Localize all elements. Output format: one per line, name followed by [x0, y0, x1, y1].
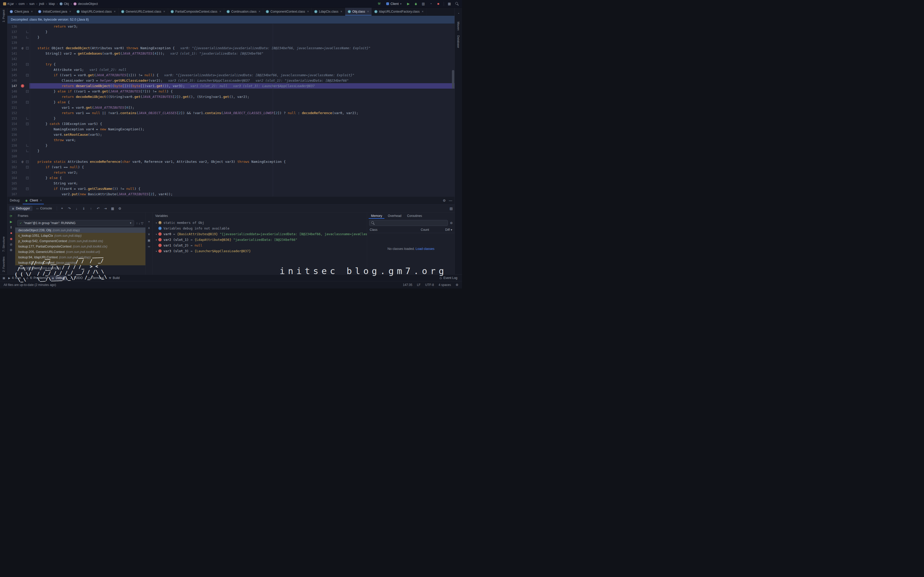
- fold-marker[interactable]: [25, 29, 29, 34]
- tool-window-switcher-icon[interactable]: ▦: [3, 276, 5, 279]
- breadcrumb-item[interactable]: sun: [29, 2, 34, 6]
- frame-down-icon[interactable]: ↓: [139, 221, 141, 225]
- editor-scrollbar[interactable]: [452, 70, 454, 89]
- editor-tab[interactable]: CLdapCtx.class×: [312, 8, 345, 15]
- layout-settings-icon[interactable]: ▤: [450, 206, 453, 210]
- file-encoding[interactable]: UTF-8: [425, 283, 434, 287]
- search-everywhere-button[interactable]: [455, 2, 459, 6]
- close-icon[interactable]: ×: [40, 198, 42, 202]
- breadcrumb-item[interactable]: ldap: [49, 2, 55, 6]
- code-line[interactable]: 157 throw var4;: [7, 137, 455, 143]
- fold-marker[interactable]: [25, 148, 29, 153]
- code-line[interactable]: 139: [7, 40, 455, 45]
- variable-row[interactable]: iVariables debug info not available: [153, 226, 367, 231]
- code-line[interactable]: 155 NamingException var4 = new NamingExc…: [7, 126, 455, 132]
- indent-style[interactable]: 4 spaces: [439, 283, 451, 287]
- mute-breakpoints-button[interactable]: ⊘: [10, 243, 12, 246]
- scroll-up-icon[interactable]: ∧: [148, 226, 150, 229]
- memory-column-header[interactable]: Diff ▾: [431, 228, 455, 232]
- show-execution-point-icon[interactable]: ⌖: [59, 206, 65, 210]
- fold-marker[interactable]: [25, 61, 29, 67]
- code-line[interactable]: 156 var4.setRootCause(var5);: [7, 132, 455, 137]
- tool-window-stripe-1-project[interactable]: 1: Project: [2, 10, 5, 23]
- tool-window-button-6-problems[interactable]: ⚠6: Problems: [24, 276, 48, 280]
- memory-search-input[interactable]: [369, 220, 448, 226]
- variable-row[interactable]: ▸var3 (slot_3) = {Launcher$AppClassLoade…: [153, 248, 367, 254]
- tab-close-icon[interactable]: ×: [307, 10, 309, 13]
- tab-close-icon[interactable]: ×: [341, 10, 342, 13]
- code-line[interactable]: 142: [7, 56, 455, 61]
- tab-close-icon[interactable]: ×: [422, 10, 423, 13]
- filter-frames-icon[interactable]: ▽: [141, 221, 143, 225]
- tab-close-icon[interactable]: ×: [258, 10, 260, 13]
- run-to-cursor-icon[interactable]: ⇥: [102, 206, 108, 210]
- fold-marker[interactable]: [25, 121, 29, 126]
- fold-marker[interactable]: [25, 73, 29, 78]
- code-line[interactable]: 166 if ((var4 = var1.getClassName()) != …: [7, 186, 455, 192]
- code-line[interactable]: 154 } catch (IOException var5) {: [7, 121, 455, 126]
- code-line[interactable]: 145 if ((var1 = var0.get(JAVA_ATTRIBUTES…: [7, 73, 455, 78]
- tab-close-icon[interactable]: ×: [114, 10, 116, 13]
- evaluate-watch-icon[interactable]: ∞: [148, 245, 150, 248]
- line-ending[interactable]: LF: [417, 283, 420, 287]
- code-line[interactable]: 167 var2.put(new BasicAttribute(JAVA_ATT…: [7, 192, 455, 196]
- pause-button[interactable]: Ⅱ: [10, 226, 12, 229]
- stack-frame[interactable]: c_lookup:1051, LdapCtx(com.sun.jndi.ldap…: [15, 233, 145, 238]
- fold-marker[interactable]: [25, 175, 29, 181]
- editor-tab[interactable]: CObj.class×: [345, 8, 372, 15]
- force-step-into-icon[interactable]: ⇓: [81, 206, 87, 210]
- caret-position[interactable]: 147:35: [403, 283, 412, 287]
- tool-window-button-todo[interactable]: ✓TODO: [68, 276, 84, 280]
- thread-selector[interactable]: ✓ "main"@1 in group "main": RUNNING ▼: [17, 220, 134, 226]
- debug-settings-button[interactable]: ⚙: [10, 248, 13, 251]
- build-project-button[interactable]: ⚒: [377, 2, 381, 6]
- tab-close-icon[interactable]: ×: [220, 10, 221, 13]
- breadcrumb-item[interactable]: rt.jar: [3, 2, 14, 6]
- copy-value-icon[interactable]: ▣: [147, 239, 150, 242]
- editor-tab[interactable]: CComponentContext.class×: [263, 8, 312, 15]
- stack-frame[interactable]: lookup:205, GenericURLContext(com.sun.jn…: [15, 249, 145, 255]
- variable-row[interactable]: ▸var2 (slot_1) = {LdapAttribute@836} "ja…: [153, 237, 367, 242]
- stack-frame[interactable]: lookup:417, InitialContext(javax.naming): [15, 260, 145, 265]
- tool-window-button-4-run[interactable]: ▶4: Run: [6, 276, 23, 280]
- code-line[interactable]: 146 ClassLoader var3 = helper.getURLClas…: [7, 78, 455, 83]
- breadcrumb-item[interactable]: mdecodeObject: [73, 2, 98, 6]
- stop-button[interactable]: ■: [436, 2, 440, 6]
- code-line[interactable]: 153 }: [7, 116, 455, 121]
- load-classes-link[interactable]: Load classes: [415, 247, 435, 251]
- breakpoint-icon[interactable]: ✓: [19, 83, 25, 89]
- editor-tab[interactable]: CContinuation.class×: [224, 8, 263, 15]
- stack-frame[interactable]: p_lookup:542, ComponentContext(com.sun.j…: [15, 238, 145, 244]
- run-button[interactable]: ▶: [406, 2, 410, 6]
- code-line[interactable]: 150 } else {: [7, 100, 455, 105]
- stack-frame[interactable]: decodeObject:239, Obj(com.sun.jndi.ldap): [15, 227, 145, 233]
- debug-tab-debugger[interactable]: ▣Debugger: [9, 206, 32, 211]
- editor-tab[interactable]: CPartialCompositeContext.class×: [168, 8, 224, 15]
- fold-marker[interactable]: [25, 116, 29, 121]
- code-line[interactable]: 165 String var4;: [7, 181, 455, 186]
- fold-marker[interactable]: [25, 100, 29, 105]
- code-line[interactable]: 149 return decodeRmiObject((String)var0.…: [7, 94, 455, 100]
- tool-window-stripe-2-favorites[interactable]: 2: Favorites: [2, 256, 5, 272]
- step-over-icon[interactable]: ↷: [66, 206, 73, 210]
- editor-tab[interactable]: CGenericURLContext.class×: [119, 8, 168, 15]
- editor-tab[interactable]: CldapURLContextFactory.class×: [372, 8, 426, 15]
- view-breakpoints-button[interactable]: ◉: [10, 237, 12, 240]
- event-log-button[interactable]: ◷Event Log: [438, 276, 459, 280]
- stack-frame[interactable]: main:10, Client(org.example): [15, 265, 145, 271]
- code-line[interactable]: 162 if (var1 == null) {: [7, 164, 455, 170]
- code-line[interactable]: 160: [7, 153, 455, 159]
- add-watch-icon[interactable]: +: [148, 220, 150, 223]
- coverage-button[interactable]: ▥: [421, 2, 425, 6]
- memory-tab-memory[interactable]: Memory: [369, 213, 384, 219]
- fold-marker[interactable]: [25, 34, 29, 40]
- profiler-button[interactable]: ◔: [429, 2, 433, 6]
- rerun-button[interactable]: ⟳: [10, 214, 12, 218]
- tab-close-icon[interactable]: ×: [163, 10, 165, 13]
- tab-close-icon[interactable]: ×: [69, 10, 71, 13]
- breadcrumb-item[interactable]: jndi: [39, 2, 44, 6]
- tool-window-button-terminal[interactable]: ▭Terminal: [86, 276, 106, 280]
- code-line[interactable]: 151 var1 = var0.get(JAVA_ATTRIBUTES[0]);: [7, 105, 455, 110]
- tab-close-icon[interactable]: ×: [367, 10, 369, 13]
- run-config-selector[interactable]: Client▾: [384, 2, 403, 6]
